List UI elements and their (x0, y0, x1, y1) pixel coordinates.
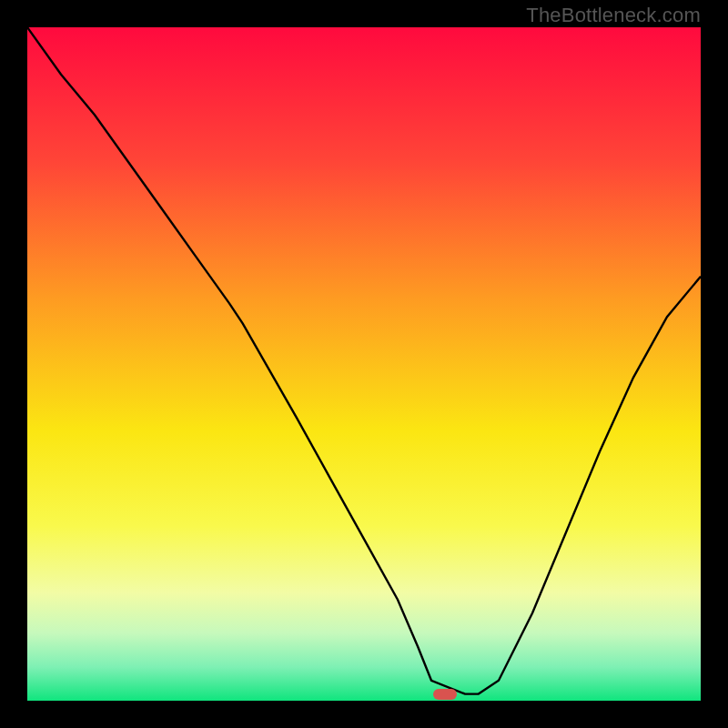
optimal-marker (433, 689, 457, 700)
watermark-text: TheBottleneck.com (526, 4, 701, 27)
bottleneck-chart (27, 27, 701, 701)
gradient-background (27, 27, 701, 701)
chart-frame: TheBottleneck.com (0, 0, 728, 728)
